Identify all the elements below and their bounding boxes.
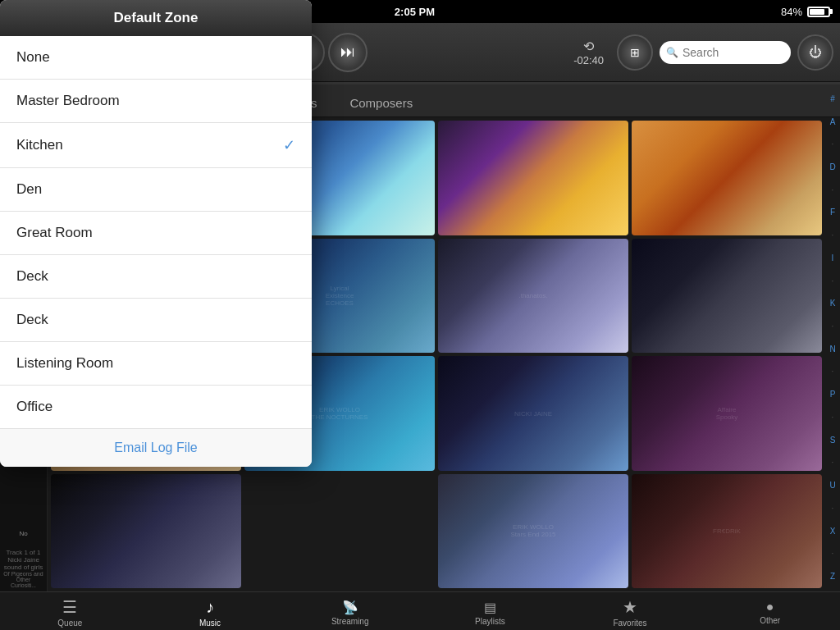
zone-item-deck-1[interactable]: Deck bbox=[0, 255, 312, 299]
zone-den-label: Den bbox=[16, 181, 42, 198]
zone-item-great-room[interactable]: Great Room bbox=[0, 212, 312, 255]
zone-deck-2-label: Deck bbox=[16, 312, 48, 328]
zone-deck-1-label: Deck bbox=[16, 268, 48, 285]
zone-dropdown: Default Zone None Master Bedroom Kitchen… bbox=[0, 0, 312, 467]
zone-office-label: Office bbox=[16, 399, 52, 415]
zone-none-label: None bbox=[16, 49, 50, 66]
zone-item-kitchen[interactable]: Kitchen ✓ bbox=[0, 123, 312, 168]
zone-item-deck-2[interactable]: Deck bbox=[0, 299, 312, 342]
email-log-button[interactable]: Email Log File bbox=[0, 429, 312, 467]
zone-item-office[interactable]: Office bbox=[0, 386, 312, 429]
zone-item-none[interactable]: None bbox=[0, 36, 312, 80]
zone-checkmark: ✓ bbox=[283, 136, 295, 154]
zone-dropdown-title: Default Zone bbox=[0, 0, 312, 36]
zone-item-master-bedroom[interactable]: Master Bedroom bbox=[0, 80, 312, 123]
zone-kitchen-label: Kitchen bbox=[16, 137, 63, 153]
zone-item-den[interactable]: Den bbox=[0, 168, 312, 212]
zone-great-room-label: Great Room bbox=[16, 225, 93, 241]
zone-master-bedroom-label: Master Bedroom bbox=[16, 93, 120, 109]
zone-item-listening-room[interactable]: Listening Room bbox=[0, 342, 312, 386]
dropdown-overlay[interactable]: Default Zone None Master Bedroom Kitchen… bbox=[0, 0, 840, 630]
zone-listening-room-label: Listening Room bbox=[16, 355, 113, 372]
